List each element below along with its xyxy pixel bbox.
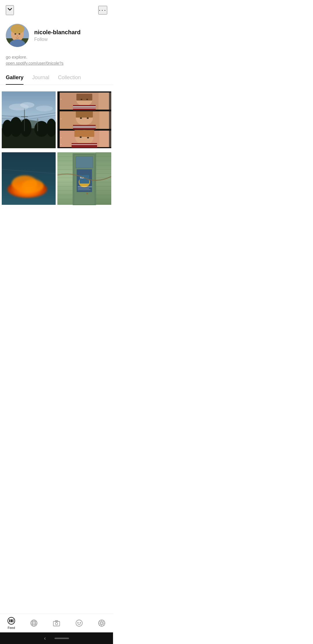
- svg-rect-35: [73, 106, 96, 107]
- svg-point-46: [80, 117, 82, 119]
- svg-point-56: [87, 137, 89, 138]
- svg-text:▲: ▲: [60, 137, 62, 138]
- profile-section: nicole-blanchard Follow: [0, 18, 113, 50]
- svg-point-47: [87, 117, 89, 119]
- svg-rect-45: [73, 127, 96, 128]
- svg-rect-52: [74, 130, 94, 137]
- svg-point-5: [10, 24, 24, 34]
- svg-point-8: [19, 33, 20, 35]
- svg-rect-58: [99, 111, 111, 129]
- svg-rect-44: [73, 126, 96, 127]
- bio-section: go explore. open.spotify.com/user/0nicol…: [0, 50, 113, 72]
- profile-info: nicole-blanchard Follow: [34, 29, 81, 42]
- svg-point-37: [81, 99, 82, 100]
- svg-rect-33: [77, 94, 92, 100]
- svg-rect-54: [72, 144, 97, 145]
- svg-rect-36: [73, 108, 96, 108]
- svg-rect-85: [78, 186, 92, 187]
- svg-point-38: [86, 99, 88, 100]
- bio-link[interactable]: open.spotify.com/user/0nicole?s: [6, 61, 63, 66]
- gallery-item-1[interactable]: [2, 91, 56, 150]
- svg-text:▲: ▲: [60, 118, 62, 120]
- svg-text:▲: ▲: [60, 143, 62, 145]
- svg-rect-57: [99, 93, 111, 110]
- svg-rect-25: [36, 120, 39, 120]
- svg-rect-89: [96, 152, 111, 205]
- more-options-button[interactable]: ···: [98, 6, 107, 15]
- svg-rect-24: [37, 118, 38, 131]
- svg-rect-42: [76, 111, 93, 118]
- svg-rect-53: [72, 143, 97, 148]
- svg-point-88: [86, 193, 88, 194]
- back-button[interactable]: [6, 5, 14, 15]
- header: ···: [0, 0, 113, 18]
- tab-journal[interactable]: Journal: [32, 75, 49, 85]
- svg-rect-22: [24, 108, 25, 131]
- gallery-grid: ▲ ▲ ▲ ▲: [0, 88, 113, 209]
- gallery-item-4[interactable]: 51A: [57, 152, 111, 207]
- svg-point-28: [36, 106, 53, 111]
- bio-text: go explore.: [6, 55, 107, 59]
- svg-point-7: [14, 33, 16, 35]
- svg-point-55: [80, 136, 82, 138]
- follow-button[interactable]: Follow: [34, 37, 81, 42]
- gallery-item-2[interactable]: ▲ ▲ ▲ ▲: [57, 91, 111, 150]
- svg-rect-23: [21, 116, 28, 117]
- gallery-item-3[interactable]: [2, 152, 56, 207]
- svg-rect-87: [78, 189, 90, 190]
- svg-text:▲: ▲: [60, 98, 62, 100]
- username: nicole-blanchard: [34, 29, 81, 36]
- tabs-container: Gallery Journal Collection: [0, 72, 113, 85]
- svg-rect-59: [99, 131, 111, 147]
- svg-point-65: [11, 176, 42, 197]
- tab-gallery[interactable]: Gallery: [6, 75, 23, 85]
- tab-collection[interactable]: Collection: [58, 75, 81, 85]
- svg-rect-80: [76, 157, 93, 168]
- svg-point-27: [20, 102, 34, 108]
- svg-point-15: [20, 119, 32, 137]
- svg-rect-86: [78, 188, 89, 189]
- avatar: [6, 24, 29, 47]
